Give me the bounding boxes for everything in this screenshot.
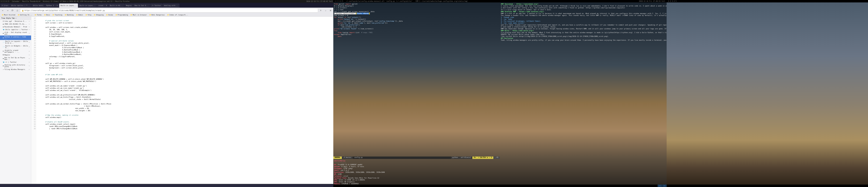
bookmark-star-icon[interactable]: ☆ [323, 8, 328, 12]
blog-line: ### Suckless DWM - <https://dwm.suckless… [501, 11, 666, 13]
neofetch-row: Uptime: 6 days, 4 hours, 57 mins [334, 166, 499, 167]
sidebar-tab-item[interactable]: ↗Tiling Window Managers× [0, 68, 31, 71]
sidebar-tab-item[interactable]: ◆[MUA 243-81346] Pi.An...× [0, 23, 31, 26]
vim-line: except ImportError: [334, 34, 499, 36]
browser-tab[interactable]: Built-in Layou... [78, 3, 97, 8]
browser-tab[interactable]: Qtile (qtile) | T... [10, 3, 31, 8]
browser-tab[interactable]: How to Set U... [133, 3, 150, 8]
forward-button[interactable]: → [5, 8, 10, 12]
sidebar-tab-item[interactable]: Xtikz pgf - Rotation E...× [0, 20, 31, 23]
browser-tab[interactable]: dealing with... [163, 3, 180, 8]
workspace-indicator[interactable]: 1 2 3 4 5 [668, 0, 677, 2]
sidebar-tab-label: xlib - Get display count and... [4, 32, 28, 35]
browser-tab[interactable]: Qtile Setti [32, 3, 45, 8]
close-icon[interactable]: × [29, 65, 30, 67]
blog-editor-pane[interactable]: ### Awesomewm - <https://awesomewm.org/>… [500, 2, 666, 187]
bookmark-item[interactable]: 📁Admin [75, 14, 84, 16]
bookmark-item[interactable]: 📁Terms [33, 14, 42, 16]
code-line: initial_state = Xutil.NormalState) [38, 98, 333, 101]
bookmark-item[interactable]: 📁Most Visited [1, 14, 16, 16]
bookmark-item[interactable]: 📁Mail in browser [129, 14, 148, 16]
browser-tab[interactable]: Python 3 - X [45, 3, 59, 8]
vim-trailing: ⎵ 65 [493, 156, 500, 159]
app-title-2: History (3 items) if Date ≥ 2014-05-01 (… [43, 1, 129, 2]
sidebar-tab-item[interactable]: 🐦Qtile (@qtile) | Twitter× [0, 28, 31, 31]
bottombar-seg[interactable]: … [662, 185, 666, 187]
close-icon[interactable]: × [29, 54, 30, 56]
bookmark-item[interactable]: 📁Yelp [84, 14, 93, 16]
browser-tab[interactable]: xrand - X [97, 3, 108, 8]
bookmark-item[interactable]: 📁Index of /snaps/4... [166, 14, 189, 16]
browser-tab[interactable]: X 1/usr [0, 3, 10, 8]
favicon: ◆ [3, 32, 4, 34]
browser-tab[interactable]: Built-in Wi... [108, 3, 124, 8]
bookmark-item[interactable]: 📁Anime [105, 14, 114, 16]
bookmark-item[interactable]: 📁Getting St... [17, 14, 33, 16]
browser-tab[interactable]: /r Twitter [150, 3, 162, 8]
close-icon[interactable]: × [29, 61, 30, 63]
workspace-indicator[interactable]: 1 2 3 4 5 [1, 1, 9, 2]
sidebar-tab-item[interactable]: ◆Roundcube Webmail - Prod× [0, 26, 31, 28]
vim-statusline: NORMAL ⎇ master config.py python utf-8[u… [333, 156, 500, 159]
sidebar-tab-item[interactable]: ◆dealing with directory paths ...× [0, 64, 31, 68]
clock: 2018-12-14 Fri 17:48:45 Tal2 [306, 1, 333, 2]
back-button[interactable]: ← [1, 8, 5, 12]
close-icon[interactable]: × [29, 69, 30, 70]
sidebar-tab-item[interactable]: 📄Built-in Layouts — Qtile 0.13 d...× [0, 40, 31, 44]
bookmark-item[interactable]: 📁Wiki Dangerous [148, 14, 166, 16]
vim-line: print('%d screens found!' % (num_screens… [334, 28, 499, 30]
blog-line: UPDATE: My current Qtile setup looks lik… [501, 34, 666, 36]
close-icon[interactable]: × [29, 32, 30, 34]
folder-icon: 📁 [76, 14, 78, 16]
browser-tab[interactable]: Built-in Layou... [59, 3, 78, 8]
bookmark-item[interactable]: 📁Docs [43, 14, 51, 16]
wm-topbar-1: 1 2 3 4 5 Calendar - Mozilla Thunderbird… [0, 0, 333, 3]
close-icon[interactable]: × [29, 29, 30, 31]
bottombar-seg[interactable]: … [658, 185, 662, 187]
bookmark-item[interactable]: 📁Banking [64, 14, 75, 16]
sidebar-tab-item[interactable]: 📄Built-in Widgets — Qtile 0...× [0, 44, 31, 49]
close-icon[interactable]: × [29, 21, 30, 22]
firefox-tabstrip: X 1/usrQtile (qtile) | T...Qtile SettiPy… [0, 3, 333, 8]
sidebar-title[interactable]: Tree Style Tab ▾ [0, 16, 31, 20]
code-line: event_mask = (X.ExposureMask | [38, 44, 333, 46]
sidebar-tab-item[interactable]: 🐦/r | Twitter× [0, 61, 31, 64]
neofetch-row: GPU: Intel HD Graphics [334, 181, 499, 183]
vim-line: # Dynamic multiscreen! (Thanks XRandr) [334, 13, 499, 14]
code-body[interactable]: # grab the current screen self.screen = … [36, 16, 333, 184]
code-line [38, 91, 333, 94]
sidebar-tab-item[interactable]: G/b/gtile xrandr wallpapers - ...× [0, 49, 31, 53]
close-icon[interactable]: × [29, 23, 30, 25]
menu-icon[interactable]: ≡ [329, 8, 333, 12]
workspace-indicator[interactable]: 1 2 3 4 5 [335, 0, 343, 2]
sidebar-tab-item[interactable]: ◆xlib - Get display count and...× [0, 31, 31, 36]
vim-pane[interactable]: from pprint import pprintd = display.Dis… [333, 2, 500, 159]
close-icon[interactable]: × [29, 50, 30, 52]
bookmark-item[interactable]: 📁Shopping [93, 14, 104, 16]
close-icon[interactable]: × [29, 37, 30, 39]
url-bar[interactable]: 🔒 https://sourceforge.net/p/python-xlib/… [20, 8, 318, 12]
close-icon[interactable]: × [29, 41, 30, 43]
code-line: foreground = self.screen.black_pixel, [38, 65, 333, 67]
code-line [38, 71, 333, 74]
bookmark-item[interactable]: 📁Programming [115, 14, 129, 16]
sidebar-tab-item[interactable]: ◆Python 3 Library | Code ...× [0, 36, 31, 40]
reload-button[interactable]: ⟳ [10, 8, 14, 12]
code-line: | randr.RRCrtcChangeNotifyMask [38, 127, 333, 130]
code-line: self.window.set_wm_icon_name('xrandr.py'… [38, 87, 333, 89]
close-icon[interactable]: × [29, 58, 30, 60]
code-line: X.ButtonReleaseMask | [38, 51, 333, 53]
code-line: self.window.xrandr_select_input( [38, 123, 333, 125]
home-button[interactable]: ⌂ [15, 8, 20, 12]
bookmark-item[interactable]: 📁Teaching [51, 14, 63, 16]
sidebar-tab-item[interactable]: NNagios× [0, 53, 31, 56]
download-icon[interactable]: ⬇ [319, 8, 323, 12]
close-icon[interactable]: × [29, 26, 30, 28]
code-line: self.window.set_wm_protocols([self.WM_DE… [38, 94, 333, 96]
code-line: 10, 10, 100, 100, 1, [38, 29, 333, 31]
shell-pane[interactable]: ekollof@riva-------------OS: FreeBSD 12.… [333, 159, 500, 187]
bookmarks-bar: 📁Most Visited📁Getting St...📁Terms📁Docs📁T… [0, 13, 333, 16]
close-icon[interactable]: × [29, 46, 30, 48]
browser-tab[interactable]: Nagios [125, 3, 133, 8]
sidebar-tab-item[interactable]: ◆How to Set Up an Rsync Dae...× [0, 56, 31, 61]
